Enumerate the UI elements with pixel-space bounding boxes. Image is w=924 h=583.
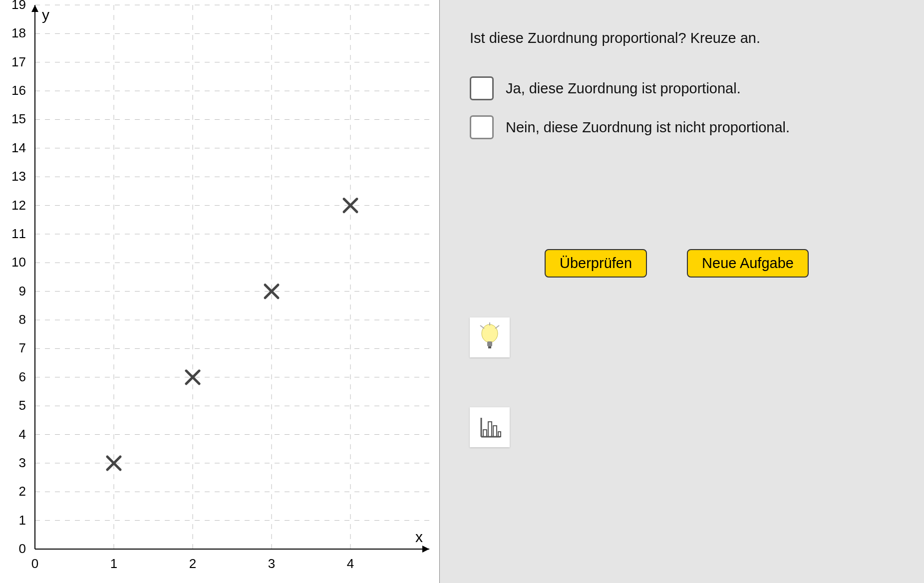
option-no: Nein, diese Zuordnung ist nicht proporti… [470,115,904,139]
scatter-plot: 01234567891011121314151617181901234xy [0,0,439,583]
svg-line-66 [495,325,499,328]
svg-text:8: 8 [19,312,26,327]
button-row: Überprüfen Neue Aufgabe [545,249,904,278]
svg-text:3: 3 [19,455,26,470]
bar-chart-icon [477,415,502,440]
svg-text:17: 17 [11,54,26,69]
svg-text:13: 13 [11,169,26,184]
checkbox-yes[interactable] [470,76,494,100]
svg-text:12: 12 [11,198,26,213]
stats-button[interactable] [470,407,510,447]
svg-marker-26 [31,5,38,12]
checkbox-no[interactable] [470,115,494,139]
svg-text:14: 14 [11,140,26,155]
svg-line-65 [480,325,484,328]
svg-rect-71 [488,422,492,437]
chart-panel: 01234567891011121314151617181901234xy [0,0,439,583]
new-task-button[interactable]: Neue Aufgabe [687,249,809,278]
svg-text:0: 0 [31,556,38,571]
svg-text:5: 5 [19,398,26,413]
hint-button[interactable] [470,317,510,357]
svg-text:1: 1 [110,556,117,571]
svg-text:19: 19 [11,0,26,12]
svg-text:4: 4 [347,556,354,571]
svg-text:16: 16 [11,83,26,98]
question-text: Ist diese Zuordnung proportional? Kreuze… [470,30,904,46]
check-button[interactable]: Überprüfen [545,249,647,278]
svg-text:x: x [415,529,423,545]
svg-text:11: 11 [11,226,26,241]
svg-point-62 [482,324,498,342]
svg-text:3: 3 [268,556,275,571]
option-no-label: Nein, diese Zuordnung ist nicht proporti… [506,119,790,136]
svg-text:0: 0 [19,541,26,556]
svg-rect-72 [493,426,497,437]
svg-text:2: 2 [189,556,196,571]
option-yes: Ja, diese Zuordnung ist proportional. [470,76,904,100]
svg-text:10: 10 [11,255,26,270]
svg-text:15: 15 [11,111,26,126]
svg-rect-64 [488,346,491,348]
svg-text:y: y [42,6,49,23]
svg-text:2: 2 [19,484,26,499]
svg-text:1: 1 [19,513,26,528]
option-yes-label: Ja, diese Zuordnung ist proportional. [506,80,741,97]
svg-text:6: 6 [19,369,26,384]
svg-rect-63 [487,341,492,346]
lightbulb-icon [477,322,502,352]
svg-text:18: 18 [11,25,26,40]
svg-rect-70 [483,430,487,437]
svg-text:4: 4 [19,427,26,442]
svg-text:7: 7 [19,340,26,355]
svg-marker-25 [422,546,429,553]
question-panel: Ist diese Zuordnung proportional? Kreuze… [439,0,924,583]
svg-text:9: 9 [19,284,26,298]
